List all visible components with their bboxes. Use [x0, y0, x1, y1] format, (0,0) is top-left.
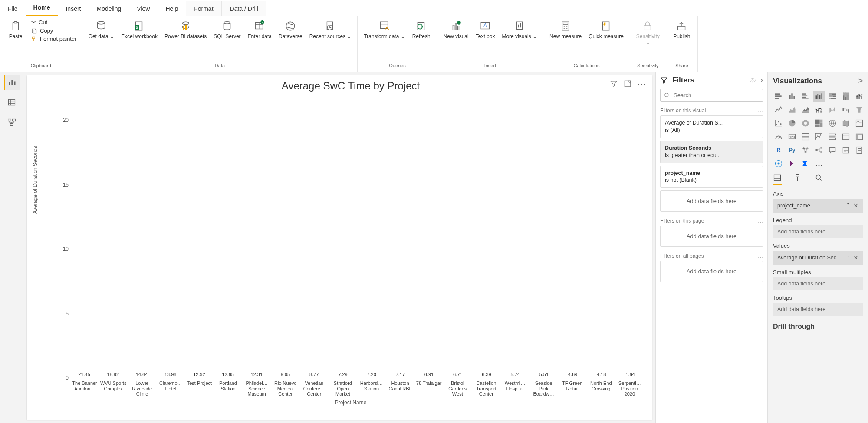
section-more-icon[interactable]: … — [758, 253, 763, 259]
filled-map-icon[interactable] — [840, 118, 852, 129]
cut-button[interactable]: ✂Cut — [29, 18, 79, 26]
multi-row-card-icon[interactable] — [800, 131, 811, 142]
collapse-pane-icon[interactable]: › — [760, 75, 763, 85]
tab-home[interactable]: Home — [26, 0, 58, 16]
gauge-icon[interactable] — [773, 131, 784, 142]
line-stacked-column-icon[interactable] — [854, 91, 865, 102]
bar-column[interactable]: 12.65 — [214, 372, 242, 378]
tab-insert[interactable]: Insert — [58, 1, 89, 16]
eye-icon[interactable] — [749, 77, 756, 84]
analytics-tab[interactable] — [815, 174, 823, 185]
bar-column[interactable]: 12.92 — [185, 372, 213, 378]
visual-filter-drop[interactable]: Add data fields here — [660, 190, 763, 212]
paginated-report-icon[interactable] — [854, 144, 865, 156]
stacked-area-icon[interactable] — [800, 104, 811, 115]
scatter-icon[interactable] — [773, 118, 784, 129]
area-icon[interactable] — [786, 104, 798, 115]
format-tab[interactable] — [794, 174, 802, 185]
bar-column[interactable]: 14.64 — [128, 372, 155, 378]
arcgis-icon[interactable] — [773, 158, 784, 169]
tab-help[interactable]: Help — [158, 1, 186, 16]
powerapps-visual-icon[interactable] — [786, 158, 798, 169]
fields-tab[interactable] — [773, 174, 782, 185]
filter-icon[interactable] — [610, 80, 618, 89]
line-icon[interactable] — [773, 104, 784, 115]
slicer-icon[interactable] — [827, 131, 838, 142]
new-visual-button[interactable]: + New visual — [440, 18, 472, 42]
new-measure-button[interactable]: New measure — [546, 18, 585, 42]
copy-button[interactable]: Copy — [29, 26, 79, 35]
azure-map-icon[interactable] — [854, 118, 865, 129]
bar-column[interactable]: 7.29 — [329, 372, 357, 378]
bar-column[interactable]: 4.69 — [559, 372, 586, 378]
bar-column[interactable]: 12.31 — [243, 372, 270, 378]
chart-visual[interactable]: ··· Average SwC Time by Project Average … — [27, 75, 652, 420]
bar-column[interactable]: 1.64 — [616, 372, 644, 378]
bar-column[interactable]: 6.39 — [473, 372, 500, 378]
filter-card-duration-seconds[interactable]: Duration Seconds is greater than or equ.… — [660, 141, 763, 163]
axis-well[interactable]: project_name˅✕ — [773, 199, 863, 213]
tab-modeling[interactable]: Modeling — [89, 1, 129, 16]
stacked-column-icon[interactable] — [786, 91, 798, 102]
filters-search-input[interactable] — [674, 92, 759, 98]
bar-column[interactable]: 8.77 — [300, 372, 328, 378]
line-clustered-column-icon[interactable] — [813, 104, 825, 115]
map-icon[interactable] — [827, 118, 838, 129]
funnel-chart-icon[interactable] — [854, 104, 865, 115]
get-more-visuals-icon[interactable]: … — [813, 158, 825, 169]
py-visual-icon[interactable]: Py — [786, 144, 798, 156]
key-influencers-icon[interactable] — [800, 144, 811, 156]
stacked-bar-100-icon[interactable] — [827, 91, 838, 102]
publish-button[interactable]: Publish — [669, 18, 695, 42]
filters-search[interactable] — [660, 89, 763, 102]
bar-column[interactable]: 5.74 — [501, 372, 529, 378]
bar-column[interactable]: 7.20 — [358, 372, 385, 378]
kpi-icon[interactable] — [813, 131, 825, 142]
text-box-button[interactable]: A Text box — [472, 18, 499, 42]
bar-column[interactable]: 13.96 — [157, 372, 184, 378]
filter-card-avg-duration[interactable]: Average of Duration S... is (All) — [660, 115, 763, 138]
qa-visual-icon[interactable] — [827, 144, 838, 156]
transform-data-button[interactable]: Transform data ⌄ — [360, 18, 408, 42]
small-multiples-well[interactable]: Add data fields here — [773, 277, 863, 290]
stacked-bar-icon[interactable] — [773, 91, 784, 102]
ribbon-chart-icon[interactable] — [827, 104, 838, 115]
enter-data-button[interactable]: + Enter data — [244, 18, 275, 42]
tab-format[interactable]: Format — [186, 1, 221, 16]
focus-mode-icon[interactable] — [624, 80, 631, 89]
data-view-button[interactable] — [4, 95, 20, 110]
powerautomate-visual-icon[interactable] — [800, 158, 811, 169]
report-view-button[interactable] — [4, 75, 20, 90]
section-more-icon[interactable]: … — [758, 108, 763, 114]
tab-data-drill[interactable]: Data / Drill — [222, 1, 266, 16]
report-canvas[interactable]: ··· Average SwC Time by Project Average … — [27, 75, 652, 420]
tooltips-well[interactable]: Add data fields here — [773, 303, 863, 316]
sql-server-button[interactable]: SQL Server — [210, 18, 244, 42]
matrix-icon[interactable] — [854, 131, 865, 142]
values-well[interactable]: Average of Duration Sec˅✕ — [773, 251, 863, 265]
more-options-icon[interactable]: ··· — [638, 80, 647, 89]
tab-file[interactable]: File — [0, 1, 26, 16]
r-visual-icon[interactable]: R — [773, 144, 784, 156]
page-filter-drop[interactable]: Add data fields here — [660, 226, 763, 247]
paste-button[interactable]: Paste — [3, 18, 29, 42]
chevron-down-icon[interactable]: ˅ — [847, 203, 850, 209]
bar-column[interactable]: 21.45 — [70, 372, 98, 378]
treemap-icon[interactable] — [813, 118, 825, 129]
dataverse-button[interactable]: Dataverse — [275, 18, 306, 42]
remove-field-icon[interactable]: ✕ — [853, 254, 858, 261]
tab-view[interactable]: View — [129, 1, 158, 16]
get-data-button[interactable]: Get data ⌄ — [85, 18, 118, 42]
table-icon[interactable] — [840, 131, 852, 142]
donut-icon[interactable] — [800, 118, 811, 129]
bar-column[interactable]: 9.95 — [271, 372, 299, 378]
chevron-down-icon[interactable]: ˅ — [847, 255, 850, 261]
quick-measure-button[interactable]: Quick measure — [585, 18, 627, 42]
clustered-column-icon[interactable] — [813, 91, 825, 102]
legend-well[interactable]: Add data fields here — [773, 225, 863, 238]
more-visuals-button[interactable]: More visuals ⌄ — [498, 18, 540, 42]
recent-sources-button[interactable]: Recent sources ⌄ — [306, 18, 355, 42]
remove-field-icon[interactable]: ✕ — [853, 202, 858, 209]
decomposition-tree-icon[interactable] — [813, 144, 825, 156]
model-view-button[interactable] — [4, 115, 20, 130]
